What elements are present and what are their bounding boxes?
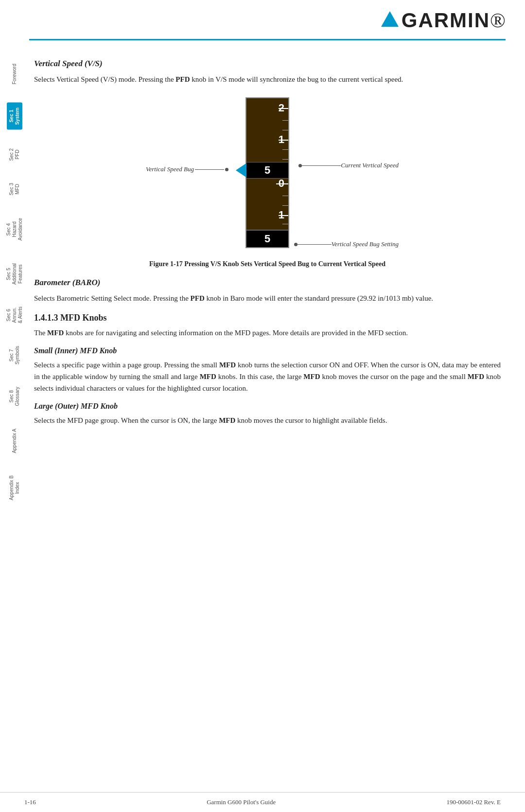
- label-vs-bug-setting: Vertical Speed Bug Setting: [294, 240, 399, 248]
- label-right-line-bottom: [298, 244, 332, 245]
- sidebar-sec4-label: Sec 4HazardAvoidance: [6, 218, 23, 241]
- vsi-tick-1-top: [279, 140, 288, 141]
- top-bar: GARMIN®: [0, 0, 525, 39]
- sidebar-item-sec5[interactable]: Sec 5AdditionalFeatures: [6, 259, 23, 289]
- sidebar-sec6-label: Sec 6Annun.& Alerts: [6, 307, 23, 323]
- vertical-speed-bug-label: Vertical Speed Bug: [146, 165, 194, 173]
- small-mfd-b1: Selects a specific page within a page gr…: [34, 361, 219, 369]
- label-right-line-top: [302, 165, 341, 166]
- main-content: Vertical Speed (V/S) Selects Vertical Sp…: [29, 40, 525, 794]
- vsi-tick-2-top: [279, 108, 288, 109]
- small-mfd-bold2: MFD: [200, 373, 216, 380]
- sidebar-item-sec8[interactable]: Sec 8Glossary: [9, 383, 20, 410]
- baro-heading: Barometer (BARO): [34, 278, 501, 288]
- label-right-dot-bottom: [294, 243, 298, 246]
- small-mfd-b3: knobs. In this case, the large: [216, 373, 304, 380]
- large-mfd-bold1: MFD: [219, 416, 235, 424]
- vsi-bottom-number: 5: [246, 230, 288, 247]
- mfd-body2: knobs are for navigating and selecting i…: [64, 329, 408, 337]
- sidebar-item-appendixb[interactable]: Appendix BIndex: [9, 471, 20, 504]
- sidebar-appendixa-label: Appendix A: [12, 429, 17, 453]
- vsi-instrument: 2 1 5: [245, 97, 289, 248]
- large-mfd-b2: knob moves the cursor to highlight avail…: [235, 416, 387, 424]
- sidebar-item-foreword[interactable]: Foreword: [12, 60, 18, 88]
- label-left-dot: [225, 168, 228, 171]
- large-mfd-heading: Large (Outer) MFD Knob: [34, 402, 501, 411]
- vsi-tick-0: [276, 183, 288, 184]
- small-mfd-heading: Small (Inner) MFD Knob: [34, 346, 501, 355]
- sidebar-item-sec4[interactable]: Sec 4HazardAvoidance: [6, 214, 23, 245]
- sidebar-item-sec1[interactable]: Sec 1System: [7, 103, 22, 130]
- vs-body2: knob in V/S mode will synchronize the bu…: [190, 75, 403, 83]
- vs-body1: Selects Vertical Speed (V/S) mode. Press…: [34, 75, 175, 83]
- sidebar-item-sec3[interactable]: Sec 3MFD: [9, 179, 20, 199]
- label-right-dot-top: [298, 164, 302, 167]
- baro-bold1: PFD: [191, 294, 205, 302]
- vsi-diagram-container: Vertical Speed Bug 2 1: [34, 95, 501, 251]
- vs-bug-setting-label: Vertical Speed Bug Setting: [332, 240, 399, 248]
- small-mfd-bold3: MFD: [303, 373, 320, 380]
- small-mfd-b4: knob moves the cursor on the page and th…: [320, 373, 468, 380]
- sidebar-item-sec2[interactable]: Sec 2PFD: [9, 144, 20, 165]
- label-vertical-speed-bug: Vertical Speed Bug: [146, 165, 228, 173]
- mfd-knobs-heading: 1.4.1.3 MFD Knobs: [34, 313, 501, 323]
- main-layout: Foreword Sec 1System Sec 2PFD Sec 3MFD S…: [0, 40, 525, 794]
- vsi-tick-1-bottom: [279, 215, 288, 216]
- vsi-bug-number: 5: [246, 162, 288, 179]
- footer-page-num: 1-16: [24, 798, 36, 806]
- large-mfd-body: Selects the MFD page group. When the cur…: [34, 415, 501, 426]
- mfd-body1: The: [34, 329, 47, 337]
- sidebar-sec1-label: Sec 1System: [9, 108, 20, 125]
- footer-center: Garmin G600 Pilot's Guide: [207, 798, 276, 806]
- garmin-triangle-icon: [381, 11, 399, 27]
- bug-arrow-icon: [236, 162, 247, 178]
- small-mfd-body: Selects a specific page within a page gr…: [34, 359, 501, 394]
- vs-heading: Vertical Speed (V/S): [34, 59, 501, 69]
- baro-body2: knob in Baro mode will enter the standar…: [205, 294, 433, 302]
- sidebar-foreword-label: Foreword: [12, 64, 17, 84]
- sidebar-sec7-label: Sec 7Symbols: [9, 346, 20, 364]
- footer: 1-16 Garmin G600 Pilot's Guide 190-00601…: [0, 792, 525, 812]
- vs-bold1: PFD: [175, 75, 190, 83]
- sidebar-sec5-label: Sec 5AdditionalFeatures: [6, 263, 23, 285]
- current-vs-label: Current Vertical Speed: [341, 162, 399, 169]
- sidebar-appendixb-label: Appendix BIndex: [9, 475, 20, 500]
- sidebar-sec3-label: Sec 3MFD: [9, 183, 20, 196]
- mfd-bold1: MFD: [47, 329, 64, 337]
- sidebar-item-sec7[interactable]: Sec 7Symbols: [9, 342, 20, 368]
- mfd-knobs-body: The MFD knobs are for navigating and sel…: [34, 327, 501, 339]
- small-mfd-bold1: MFD: [219, 361, 236, 369]
- sidebar-sec2-label: Sec 2PFD: [9, 148, 20, 161]
- garmin-logo-dot: ®: [490, 9, 506, 32]
- garmin-logo-text: GARMIN: [402, 9, 490, 32]
- baro-body: Selects Barometric Setting Select mode. …: [34, 292, 501, 304]
- garmin-logo: GARMIN®: [381, 9, 506, 32]
- small-mfd-bold4: MFD: [468, 373, 484, 380]
- sidebar: Foreword Sec 1System Sec 2PFD Sec 3MFD S…: [0, 40, 29, 794]
- figure-caption: Figure 1-17 Pressing V/S Knob Sets Verti…: [34, 260, 501, 268]
- footer-right: 190-00601-02 Rev. E: [447, 798, 501, 806]
- vs-body: Selects Vertical Speed (V/S) mode. Press…: [34, 73, 501, 85]
- label-current-vs: Current Vertical Speed: [298, 162, 399, 169]
- sidebar-sec8-label: Sec 8Glossary: [9, 387, 20, 406]
- baro-body1: Selects Barometric Setting Select mode. …: [34, 294, 191, 302]
- sidebar-item-sec6[interactable]: Sec 6Annun.& Alerts: [6, 303, 23, 327]
- large-mfd-b1: Selects the MFD page group. When the cur…: [34, 416, 219, 424]
- sidebar-item-appendixa[interactable]: Appendix A: [12, 425, 18, 457]
- vsi-bug: [236, 162, 247, 178]
- label-left-line: [195, 169, 224, 170]
